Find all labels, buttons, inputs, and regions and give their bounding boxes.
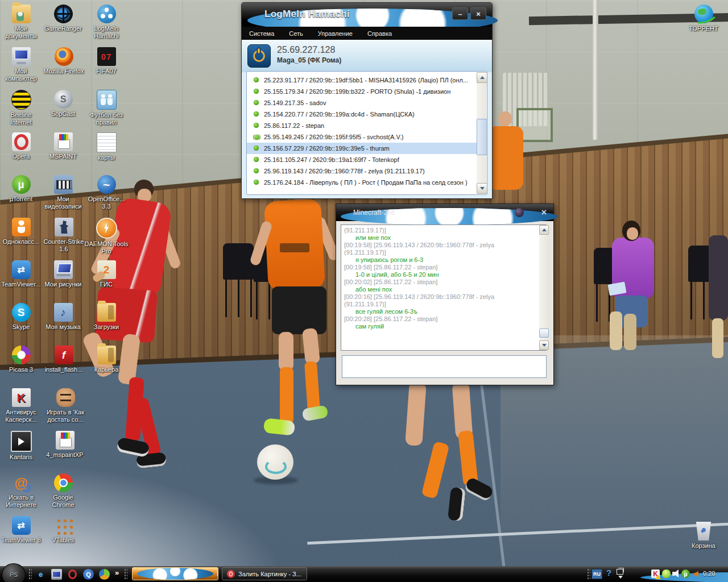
menu-item-system[interactable]: Система xyxy=(242,30,282,37)
fifa07-icon: 07 xyxy=(97,47,116,66)
peer-row[interactable]: 25.223.91.177 / 2620:9b::19df:5bb1 - MIS… xyxy=(247,74,487,86)
desktop-icon-karty[interactable]: карты xyxy=(84,132,129,161)
desktop-icon-skype[interactable]: S Skype xyxy=(0,303,42,331)
close-button[interactable]: × xyxy=(470,7,486,20)
quicklaunch-opera[interactable] xyxy=(67,569,78,580)
chat-message-area[interactable]: (91.211.19.17)] или мне пох [00:19:58] [… xyxy=(341,225,547,351)
desktop-icon-firefox[interactable]: Mozilla Firefox xyxy=(42,47,85,75)
self-client-name[interactable]: Maga_05 (ФК Рома) xyxy=(277,56,341,64)
desktop-icon-picasa[interactable]: Picasa 3 xyxy=(0,346,42,373)
chat-line: сам гуляй xyxy=(344,323,533,330)
quicklaunch-more-chevron[interactable]: » xyxy=(115,568,119,577)
desktop-icon-gis[interactable]: 2 ГИС xyxy=(84,260,129,288)
recycle-bin-icon xyxy=(694,522,713,541)
hamachi-title-bar[interactable]: LogMeIn Hamachi – × xyxy=(242,3,492,27)
desktop-icon-opera[interactable]: Opera xyxy=(0,132,42,160)
desktop-icon-4-mspaintxp[interactable]: 4_mspaintXP xyxy=(42,431,88,459)
scroll-down-button[interactable] xyxy=(539,340,549,350)
start-button[interactable]: PS xyxy=(2,563,26,582)
peer-row[interactable]: 25.161.105.247 / 2620:9b::19a1:69f7 - To… xyxy=(247,154,487,165)
desktop-icon-search-internet[interactable]: @ Искать в Интернете xyxy=(0,473,42,509)
desktop-icon-vtables[interactable]: VTables xyxy=(42,516,84,544)
icon-label: Антивирус Касперск... xyxy=(0,409,42,423)
desktop-icon-sopcast[interactable]: S SopCast xyxy=(42,90,84,118)
desktop-icon-my-pictures[interactable]: Мои рисунки xyxy=(42,260,84,288)
chat-close-button[interactable]: × xyxy=(541,207,547,218)
desktop-icon-game[interactable]: Играть в 'Как достать со... xyxy=(42,388,89,423)
taskbar-grip[interactable] xyxy=(587,568,590,580)
self-ip-address[interactable]: 25.69.227.128 xyxy=(277,45,335,55)
desktop-icon-fifa07[interactable]: 07 FIFA07 xyxy=(84,47,129,75)
tray-clock[interactable]: 0:20 xyxy=(703,570,715,577)
desktop-icon-beeline[interactable]: Beeline Internet xyxy=(0,90,42,126)
menu-item-manage[interactable]: Управление xyxy=(311,30,360,37)
desktop-icon-my-music[interactable]: ♪ Моя музыка xyxy=(42,303,84,331)
tray-volume-icon[interactable] xyxy=(672,569,680,578)
tray-restore-icon[interactable] xyxy=(617,569,623,575)
desktop-icon-my-videos[interactable]: Мои видеозаписи xyxy=(42,175,84,210)
desktop-icon-teamviewer[interactable]: ⇄ TeamViewer... xyxy=(0,260,42,288)
desktop-icon-utorrent[interactable]: µ µTorrent xyxy=(0,175,42,203)
desktop-icon-counter-strike[interactable]: Counter-Strike 1.6 xyxy=(42,218,85,253)
hamachi-window-title: LogMeIn Hamachi xyxy=(264,9,350,20)
quicklaunch-internet-explorer[interactable]: e xyxy=(35,569,46,580)
scrollbar-vertical[interactable] xyxy=(477,72,486,194)
scrollbar-thumb[interactable] xyxy=(539,329,549,338)
peer-row[interactable]: 25.155.179.34 / 2620:9b::199b:b322 - POR… xyxy=(247,86,487,97)
peer-row[interactable]: 25.154.220.77 / 2620:9b::199a:dc4d - Sha… xyxy=(247,109,487,120)
menu-item-network[interactable]: Сеть xyxy=(282,30,310,37)
menu-item-help[interactable]: Справка xyxy=(360,30,399,37)
minimize-button[interactable]: – xyxy=(452,7,468,20)
taskbar-grip[interactable] xyxy=(124,568,127,580)
tray-kaspersky-icon[interactable]: K xyxy=(651,569,660,578)
peer-row[interactable]: 25.86.117.22 - stepan xyxy=(247,120,487,131)
desktop-icon-kaspersky[interactable]: K Антивирус Касперск... xyxy=(0,388,42,423)
desktop-icon-torrent[interactable]: ТОРРЕНТ xyxy=(681,5,726,32)
desktop-icon-recycle-bin[interactable]: Корзина xyxy=(681,522,726,550)
chat-title-bar[interactable]: Minecraft-256 × xyxy=(336,204,553,221)
online-status-icon xyxy=(254,100,259,105)
tray-notifier-icon[interactable] xyxy=(691,569,700,578)
desktop-icon-chrome[interactable]: Google Chrome xyxy=(42,473,84,509)
desktop-icon-logmein-hamachi[interactable]: LogMeIn Hamachi xyxy=(84,5,129,40)
desktop-icon-football[interactable]: Футбол без правил xyxy=(84,90,129,126)
desktop-icon-teamviewer8[interactable]: ⇄ TeamViewer 8 xyxy=(0,516,42,544)
peer-row-relayed[interactable]: 25.95.149.245 / 2620:9b::195f:95f5 - svc… xyxy=(247,131,487,143)
peer-row[interactable]: 25.149.217.35 - sadov xyxy=(247,97,487,109)
tray-language-indicator[interactable]: RU xyxy=(592,569,602,579)
scrollbar-thumb[interactable] xyxy=(477,119,487,155)
desktop-icon-downloads[interactable]: Загрузки xyxy=(84,303,129,331)
scroll-down-button[interactable] xyxy=(477,183,487,194)
desktop-icon-my-documents[interactable]: Мои документы xyxy=(0,5,42,40)
tray-utorrent-icon[interactable]: µ xyxy=(681,569,690,578)
tray-network-icon[interactable] xyxy=(662,569,671,578)
desktop-icon-karjera[interactable]: Карьера xyxy=(84,346,129,373)
chat-input-field[interactable] xyxy=(342,355,547,378)
scroll-up-button[interactable] xyxy=(477,72,487,83)
scroll-up-button[interactable] xyxy=(539,225,549,235)
icon-glyph: 2 xyxy=(104,264,110,275)
desktop-icon-openoffice[interactable]: ~ OpenOffice... 3.3 xyxy=(84,175,129,210)
chrome-icon xyxy=(54,473,73,492)
chat-line: 1-0 и цілий, або 6-5 и 20 мин xyxy=(344,271,533,278)
chat-status-button[interactable] xyxy=(515,208,524,217)
desktop-icon-mspaint[interactable]: MSPAINT xyxy=(42,132,84,160)
desktop-icon-my-computer[interactable]: Мой компьютер xyxy=(0,47,42,82)
taskbar-grip[interactable] xyxy=(28,568,32,580)
desktop-icon-daemon-tools[interactable]: DAEMON Tools Pro xyxy=(84,218,129,255)
chat-scrollbar[interactable] xyxy=(539,225,548,350)
peer-row[interactable]: 25.96.119.143 / 2620:9b::1960:778f - zel… xyxy=(247,165,487,177)
desktop-icon-install-flash[interactable]: f install_flash... xyxy=(42,346,85,373)
desktop-icon-odnoklassniki[interactable]: Однокласс... xyxy=(0,218,42,246)
quicklaunch-show-desktop[interactable] xyxy=(51,569,62,580)
task-button-upload-picture[interactable]: Залить Картинку - З... xyxy=(222,567,307,580)
desktop-icon-kantaris[interactable]: Kantaris xyxy=(0,431,42,461)
peer-row[interactable]: 25.176.24.184 - Ліверпуль ( ПЛ ) - Рост … xyxy=(247,177,487,188)
peer-row-selected[interactable]: 25.156.57.229 / 2620:9b::199c:39e5 - thu… xyxy=(247,143,487,154)
power-button[interactable] xyxy=(247,44,271,68)
desktop-icon-gameranger[interactable]: GameRanger xyxy=(42,5,84,32)
quicklaunch-qip[interactable]: Q xyxy=(83,569,94,580)
tray-help-icon[interactable]: ? xyxy=(606,568,611,577)
task-button-minecraft-256[interactable]: Minecraft-256 xyxy=(132,567,218,580)
quicklaunch-ball[interactable] xyxy=(99,569,110,580)
